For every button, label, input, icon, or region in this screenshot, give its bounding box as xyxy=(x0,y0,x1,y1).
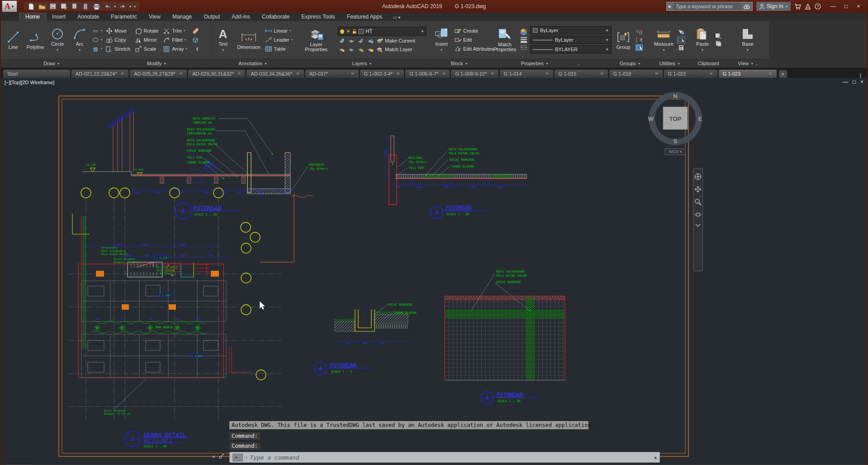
tab-output[interactable]: Output xyxy=(198,13,226,21)
table-button[interactable]: Table xyxy=(265,45,293,53)
panel-label-groups[interactable]: Groups▼ xyxy=(611,59,650,67)
layer-unlock-all-icon[interactable] xyxy=(366,46,374,53)
group-edit-icon[interactable] xyxy=(636,37,643,43)
file-tab[interactable]: G 1-018✕ xyxy=(609,69,663,78)
layer-unisolate-icon[interactable] xyxy=(347,46,355,53)
drawing-viewport[interactable]: [−][Top][2D Wireframe] — □ × xyxy=(1,78,867,463)
zoom-icon[interactable] xyxy=(694,198,702,206)
minimize-button[interactable]: — xyxy=(827,2,839,11)
panel-label-draw[interactable]: Draw▼ xyxy=(1,59,103,67)
search-input[interactable] xyxy=(674,2,741,10)
color-wheel-icon[interactable] xyxy=(520,29,527,35)
layer-on-all-icon[interactable] xyxy=(338,46,345,53)
make-current-button[interactable]: Make Current xyxy=(376,37,415,44)
navbar-more-icon[interactable] xyxy=(695,224,701,227)
circle-button[interactable]: Circle▼ xyxy=(47,27,67,53)
close-icon[interactable]: ✕ xyxy=(655,71,658,76)
ellipse-tool[interactable]: ▾ xyxy=(92,36,103,44)
leader-button[interactable]: Leader▾ xyxy=(265,36,293,44)
print-icon[interactable] xyxy=(92,3,100,10)
viewcube-north[interactable]: N xyxy=(673,93,677,100)
id-point-icon[interactable] xyxy=(678,29,685,35)
quick-select-icon[interactable] xyxy=(678,37,685,43)
layer-lock-icon[interactable] xyxy=(366,38,374,44)
group-selection-toggle-icon[interactable] xyxy=(636,44,643,51)
array-button[interactable]: Array▾ xyxy=(163,45,187,53)
panel-label-layers[interactable]: Layers▼ xyxy=(295,59,429,67)
panel-label-properties[interactable]: Properties▼ ⌟ xyxy=(490,59,611,67)
tab-featured-apps[interactable]: Featured Apps xyxy=(341,13,388,21)
rectangle-tool[interactable]: ▭▾ xyxy=(92,27,103,35)
command-window[interactable]: Autodesk DWG. This file is a TrustedDWG … xyxy=(229,421,661,463)
command-history-toggle-icon[interactable]: ▲ xyxy=(655,455,657,460)
tab-insert[interactable]: Insert xyxy=(46,13,71,21)
fillet-button[interactable]: Fillet▾ xyxy=(163,36,187,44)
close-icon[interactable]: ✕ xyxy=(121,71,124,76)
layer-off-icon[interactable] xyxy=(338,38,345,44)
sign-in-menu[interactable]: Sign In ▾ xyxy=(756,2,791,11)
share-icon[interactable] xyxy=(805,4,811,10)
close-icon[interactable]: ✕ xyxy=(296,71,299,76)
layer-dropdown[interactable]: ☀ HT ▼ xyxy=(338,27,427,36)
stretch-button[interactable]: Stretch xyxy=(105,45,130,53)
file-tab[interactable]: G 1-002-3-4*✕ xyxy=(360,69,405,78)
object-color-dropdown[interactable]: ByLayer ▼ xyxy=(530,26,612,34)
linetype-dropdown[interactable]: BYLAYER ▼ xyxy=(530,45,612,53)
close-icon[interactable]: ✕ xyxy=(442,71,446,76)
panel-label-block[interactable]: Block▼ xyxy=(429,59,489,67)
ribbon-display-toggle-icon[interactable]: ▭ ▾ xyxy=(393,15,400,21)
search-binoculars-icon[interactable] xyxy=(741,4,752,9)
linear-dimension-button[interactable]: Linear▾ xyxy=(265,27,293,35)
close-button[interactable]: × xyxy=(853,2,864,11)
text-button[interactable]: A Text▼ xyxy=(213,27,233,53)
copy-button[interactable]: Copy xyxy=(105,36,130,44)
viewcube-top-face[interactable]: TOP xyxy=(669,115,682,122)
copy-clip-icon[interactable] xyxy=(715,41,722,47)
close-icon[interactable]: ✕ xyxy=(490,71,494,76)
group-button[interactable]: Group xyxy=(613,30,633,50)
explode-button[interactable] xyxy=(192,36,199,44)
command-customize-icon[interactable] xyxy=(218,454,224,459)
file-tab[interactable]: G 1-008-9-10*✕ xyxy=(451,69,498,78)
tab-parametric[interactable]: Parametric xyxy=(105,13,143,21)
rotate-button[interactable]: Rotate xyxy=(135,27,158,35)
panel-label-annotation[interactable]: Annotation▼ xyxy=(211,59,295,67)
tab-manage[interactable]: Manage xyxy=(166,13,198,21)
close-icon[interactable]: ✕ xyxy=(396,71,400,76)
file-tab-active[interactable]: G 1-023✕ xyxy=(718,69,777,78)
panel-label-modify[interactable]: Modify▼ xyxy=(103,59,210,67)
layer-thaw-all-icon[interactable] xyxy=(357,46,364,53)
command-input[interactable]: >_ ▾ Type a command ▲ xyxy=(229,452,660,463)
steering-wheel-icon[interactable] xyxy=(694,173,702,180)
tab-overflow-icon[interactable]: ∨∨ xyxy=(859,73,865,78)
recent-commands-icon[interactable]: ▾ xyxy=(245,455,247,460)
file-tab-start[interactable]: Start xyxy=(3,69,71,78)
layer-isolate-icon[interactable] xyxy=(347,38,355,44)
panel-expand-icon[interactable]: ⌟ xyxy=(578,61,579,66)
search-expand-icon[interactable]: ▶ xyxy=(667,4,674,9)
scale-button[interactable]: Scale xyxy=(135,45,158,53)
match-layer-button[interactable]: Match Layer xyxy=(376,45,413,53)
redo-dropdown-icon[interactable]: ▾ xyxy=(129,5,131,9)
layer-properties-button[interactable]: Layer Properties xyxy=(298,27,335,53)
paste-button[interactable]: Paste▼ xyxy=(693,27,712,53)
base-button[interactable]: Base▼ xyxy=(738,27,758,53)
viewcube-south[interactable]: S xyxy=(674,138,678,144)
mobile-icon[interactable] xyxy=(81,3,90,10)
qat-customize-icon[interactable]: ▾ xyxy=(134,5,136,9)
file-tab[interactable]: AD-029,30,31&32*✕ xyxy=(188,69,246,78)
move-button[interactable]: Move xyxy=(105,27,130,35)
file-tab[interactable]: AD-021,22,23&24*✕ xyxy=(71,69,129,78)
hatch-tool[interactable]: ▨▾ xyxy=(92,45,103,53)
doc-minimize-icon[interactable]: — xyxy=(843,79,848,85)
lineweight-dropdown[interactable]: ByLayer ▼ xyxy=(530,36,612,44)
join-button[interactable] xyxy=(192,45,199,53)
close-icon[interactable]: ✕ xyxy=(545,71,549,76)
maximize-button[interactable]: □ xyxy=(840,2,852,11)
command-close-icon[interactable]: ✕ xyxy=(212,454,215,460)
tab-add-ins[interactable]: Add-ins xyxy=(226,13,256,21)
application-menu-button[interactable]: A ▼ xyxy=(2,0,17,12)
save-icon[interactable] xyxy=(49,3,57,10)
cut-icon[interactable] xyxy=(715,33,722,39)
redo-icon[interactable] xyxy=(119,3,127,10)
